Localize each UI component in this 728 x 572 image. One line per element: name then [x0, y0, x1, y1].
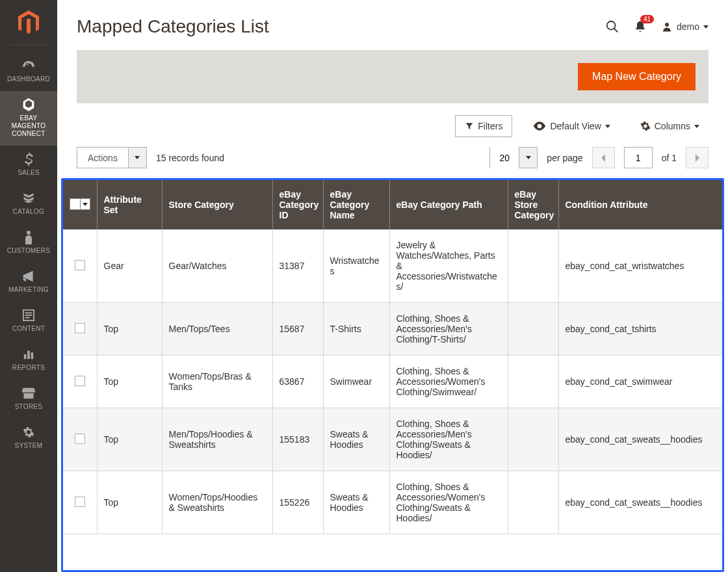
table-cell: Clothing, Shoes & Accessories/Men's Clot… [389, 408, 508, 471]
content-icon [3, 308, 55, 322]
table-cell: T-Shirts [323, 303, 389, 356]
svg-rect-3 [25, 315, 32, 316]
table-row[interactable]: TopWomen/Tops/Bras & Tanks63867SwimwearC… [63, 356, 722, 408]
per-page-input[interactable] [490, 147, 519, 168]
sidebar-item-label: CATALOG [3, 208, 55, 216]
select-all-checkbox[interactable] [70, 198, 90, 210]
sidebar-item-marketing[interactable]: MARKETING [0, 263, 57, 302]
sidebar-item-reports[interactable]: REPORTS [0, 341, 57, 380]
table-cell: ebay_cond_cat_tshirts [558, 303, 722, 356]
column-header[interactable]: Attribute Set [97, 180, 162, 229]
sales-icon [3, 152, 55, 166]
magento-logo[interactable] [9, 6, 48, 46]
table-cell: Gear/Watches [162, 229, 272, 303]
table-cell: Jewelry & Watches/Watches, Parts & Acces… [389, 229, 508, 303]
stores-icon [3, 386, 55, 400]
notification-badge: 41 [640, 15, 654, 23]
per-page-label: per page [547, 153, 582, 163]
per-page-select[interactable] [489, 147, 538, 168]
table-cell: ebay_cond_cat_wristwatches [558, 229, 722, 303]
sidebar-item-label: DASHBOARD [3, 75, 55, 83]
columns-label: Columns [655, 121, 690, 131]
table-cell: ebay_cond_cat_sweats__hoodies [558, 471, 722, 534]
table-row[interactable]: GearGear/Watches31387WristwatchesJewelry… [63, 229, 722, 303]
connect-icon [3, 98, 55, 112]
table-cell [63, 471, 97, 534]
chevron-down-icon [81, 199, 90, 209]
table-cell: ebay_cond_cat_swimwear [558, 356, 722, 408]
table-cell: Top [97, 356, 162, 408]
sidebar-item-stores[interactable]: STORES [0, 380, 57, 419]
customers-icon [3, 230, 55, 244]
filters-button[interactable]: Filters [455, 115, 512, 137]
notifications-icon[interactable]: 41 [634, 20, 647, 33]
prev-page-button[interactable] [592, 147, 615, 168]
table-cell: Top [97, 303, 162, 356]
sidebar-item-customers[interactable]: CUSTOMERS [0, 224, 57, 263]
map-new-category-button[interactable]: Map New Category [578, 63, 696, 90]
sidebar-item-content[interactable]: CONTENT [0, 302, 57, 341]
table-cell [508, 408, 558, 471]
svg-rect-7 [31, 352, 34, 359]
table-cell: Swimwear [323, 356, 389, 408]
table-cell [63, 229, 97, 303]
columns-button[interactable]: Columns [631, 116, 708, 136]
table-cell: Wristwatches [323, 229, 389, 303]
table-cell [508, 229, 558, 303]
chevron-down-icon [128, 148, 146, 168]
sidebar-item-catalog[interactable]: CATALOG [0, 185, 57, 224]
svg-point-10 [665, 23, 669, 27]
page-title: Mapped Categories List [77, 16, 269, 37]
sidebar-item-label: SALES [3, 169, 55, 177]
table-cell: Sweats & Hoodies [323, 408, 389, 471]
column-header[interactable]: Condition Attribute [558, 180, 722, 229]
sidebar-item-label: CUSTOMERS [3, 247, 55, 255]
sidebar: DASHBOARDEBAY MAGENTO CONNECTSALESCATALO… [0, 0, 57, 572]
sidebar-item-label: STORES [3, 403, 55, 411]
column-header[interactable] [63, 180, 97, 229]
row-checkbox[interactable] [75, 323, 85, 333]
row-checkbox[interactable] [75, 376, 85, 386]
row-checkbox[interactable] [75, 434, 85, 444]
table-cell: 155183 [272, 408, 323, 471]
sidebar-item-system[interactable]: SYSTEM [0, 419, 57, 458]
user-menu[interactable]: demo [661, 21, 708, 32]
column-header[interactable]: Store Category [162, 180, 272, 229]
sidebar-item-connect[interactable]: EBAY MAGENTO CONNECT [0, 91, 57, 146]
table-row[interactable]: TopMen/Tops/Hoodies & Sweatshirts155183S… [63, 408, 722, 471]
svg-rect-2 [25, 313, 32, 314]
records-found: 15 records found [156, 153, 224, 163]
column-header[interactable]: eBay Store Category [508, 180, 558, 229]
sidebar-item-sales[interactable]: SALES [0, 146, 57, 185]
table-cell: 15687 [272, 303, 323, 356]
action-bar: Map New Category [77, 50, 708, 103]
chevron-down-icon [519, 148, 537, 168]
default-view-button[interactable]: Default View [524, 116, 619, 136]
table-cell: Women/Tops/Hoodies & Sweatshirts [162, 471, 272, 534]
table-cell: Clothing, Shoes & Accessories/Women's Cl… [389, 471, 508, 534]
table-cell: Clothing, Shoes & Accessories/Women's Cl… [389, 356, 508, 408]
table-cell: Men/Tops/Tees [162, 303, 272, 356]
search-icon[interactable] [605, 20, 619, 34]
of-label: of 1 [662, 153, 677, 163]
next-page-button[interactable] [686, 147, 708, 168]
table-row[interactable]: TopWomen/Tops/Hoodies & Sweatshirts15522… [63, 471, 722, 534]
actions-select[interactable]: Actions [77, 147, 147, 168]
filters-label: Filters [478, 121, 502, 131]
categories-table: Attribute SetStore CategoryeBay Category… [61, 178, 724, 572]
sidebar-item-dashboard[interactable]: DASHBOARD [0, 52, 57, 91]
actions-label: Actions [77, 153, 128, 163]
svg-point-0 [27, 231, 31, 235]
column-header[interactable]: eBay Category Name [323, 180, 389, 229]
column-header[interactable]: eBay Category ID [272, 180, 323, 229]
chevron-down-icon [703, 25, 708, 29]
table-cell: 31387 [272, 229, 323, 303]
row-checkbox[interactable] [75, 260, 85, 270]
table-cell [508, 356, 558, 408]
svg-rect-4 [25, 317, 30, 318]
page-input[interactable] [624, 147, 653, 168]
table-cell: Sweats & Hoodies [323, 471, 389, 534]
table-row[interactable]: TopMen/Tops/Tees15687T-ShirtsClothing, S… [63, 303, 722, 356]
row-checkbox[interactable] [75, 497, 85, 507]
column-header[interactable]: eBay Category Path [389, 180, 508, 229]
